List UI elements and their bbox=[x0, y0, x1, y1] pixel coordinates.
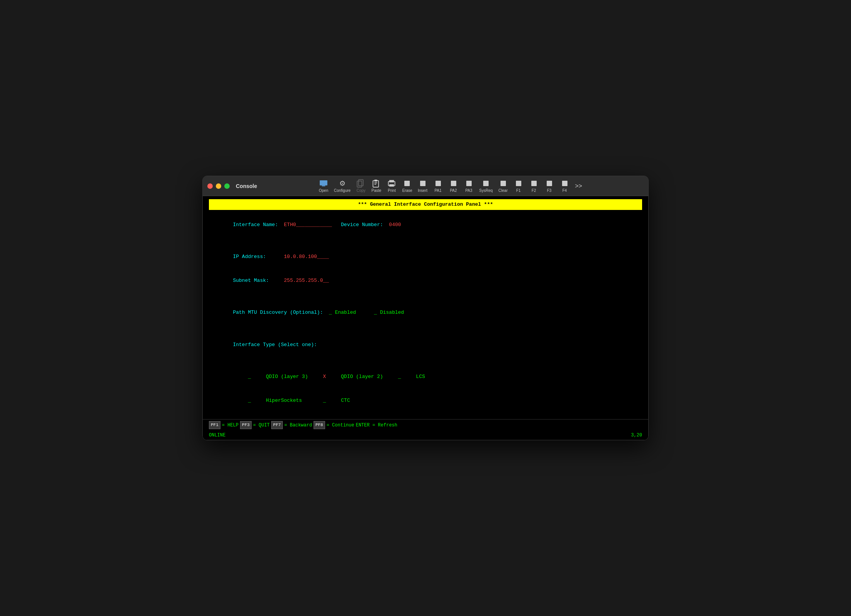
close-button[interactable] bbox=[207, 183, 213, 189]
minimize-button[interactable] bbox=[216, 183, 221, 189]
pf1-key[interactable]: PF1 bbox=[209, 421, 220, 429]
svg-rect-6 bbox=[374, 183, 377, 183]
pf8-action: = Continue bbox=[327, 422, 354, 429]
toolbar-clear-label: Clear bbox=[499, 188, 508, 193]
terminal-content[interactable]: *** General Interface Configuration Pane… bbox=[203, 196, 648, 419]
pmtu-label: Path MTU Discovery (Optional): bbox=[233, 310, 329, 315]
blank-line-4 bbox=[209, 357, 642, 365]
pmtu-enabled-label: Enabled bbox=[332, 310, 374, 315]
blank-line-3 bbox=[209, 325, 642, 333]
lcs-label: LCS bbox=[401, 374, 425, 380]
pmtu-enabled-underscore: _ bbox=[329, 310, 332, 315]
subnet-label: Subnet Mask: bbox=[233, 278, 284, 283]
toolbar-f1[interactable]: F1 bbox=[511, 178, 526, 194]
toolbar-f4-label: F4 bbox=[562, 188, 567, 193]
qdio-row1: _ QDIO (layer 3) X QDIO (layer 2) _ LCS bbox=[209, 365, 642, 389]
toolbar: Open ⚙ Configure Copy bbox=[257, 178, 644, 194]
sysreq-icon bbox=[482, 179, 490, 188]
pf7-key[interactable]: PF7 bbox=[271, 421, 283, 429]
toolbar-erase-label: Erase bbox=[402, 188, 412, 193]
maximize-button[interactable] bbox=[224, 183, 230, 189]
subnet-value: 255.255.255.0__ bbox=[284, 278, 329, 283]
print-icon bbox=[387, 179, 396, 188]
blank-line-2 bbox=[209, 293, 642, 301]
erase-icon bbox=[403, 179, 411, 188]
status-bar: PF1 = HELP PF3 = QUIT PF7 = Backward PF8… bbox=[203, 419, 648, 431]
pmtu-disabled-underscore: _ bbox=[374, 310, 377, 315]
svg-rect-2 bbox=[359, 180, 363, 186]
status-cursor-pos: 3,20 bbox=[631, 432, 642, 439]
toolbar-print[interactable]: Print bbox=[384, 178, 399, 194]
ctc-label: CTC bbox=[326, 398, 350, 403]
ip-label: IP Address: bbox=[233, 254, 284, 260]
pf3-action: = QUIT bbox=[253, 422, 270, 429]
toolbar-erase[interactable]: Erase bbox=[400, 178, 414, 194]
gear-icon: ⚙ bbox=[338, 179, 347, 188]
toolbar-clear[interactable]: Clear bbox=[496, 178, 511, 194]
toolbar-open-label: Open bbox=[319, 188, 328, 193]
qdio3-label: QDIO (layer 3) bbox=[251, 374, 323, 380]
pmtu-line: Path MTU Discovery (Optional): _ Enabled… bbox=[209, 301, 642, 325]
iface-type-line: Interface Type (Select one): bbox=[209, 333, 642, 357]
ip-value: 10.0.80.100____ bbox=[284, 254, 329, 260]
toolbar-insert[interactable]: Insert bbox=[415, 178, 430, 194]
toolbar-insert-label: Insert bbox=[418, 188, 427, 193]
toolbar-f3[interactable]: F3 bbox=[542, 178, 557, 194]
qdio2-label: QDIO (layer 2) bbox=[326, 374, 398, 380]
toolbar-pa3-label: PA3 bbox=[465, 188, 472, 193]
toolbar-configure-label: Configure bbox=[334, 188, 350, 193]
status-online: ONLINE bbox=[209, 432, 225, 439]
status-bottom: ONLINE 3,20 bbox=[203, 431, 648, 440]
traffic-lights bbox=[207, 183, 230, 189]
toolbar-paste[interactable]: Paste bbox=[369, 178, 384, 194]
f3-icon bbox=[545, 179, 554, 188]
toolbar-print-label: Print bbox=[388, 188, 396, 193]
svg-rect-0 bbox=[320, 181, 327, 186]
interface-name-value: ETH0____________ bbox=[284, 222, 332, 228]
pf8-key[interactable]: PF8 bbox=[314, 421, 325, 429]
insert-icon bbox=[419, 179, 427, 188]
terminal-banner: *** General Interface Configuration Pane… bbox=[209, 199, 642, 210]
svg-rect-9 bbox=[389, 180, 394, 183]
toolbar-f2-label: F2 bbox=[532, 188, 536, 193]
toolbar-pa2-label: PA2 bbox=[450, 188, 457, 193]
toolbar-paste-label: Paste bbox=[372, 188, 382, 193]
blank-line-1 bbox=[209, 237, 642, 245]
toolbar-pa3[interactable]: PA3 bbox=[462, 178, 476, 194]
console-window: Console Open ⚙ Configure bbox=[202, 176, 649, 440]
toolbar-f4[interactable]: F4 bbox=[557, 178, 572, 194]
interface-name-line: Interface Name: ETH0____________ Device … bbox=[209, 213, 642, 237]
f2-icon bbox=[530, 179, 538, 188]
pf7-action: = Backward bbox=[284, 422, 312, 429]
svg-rect-7 bbox=[374, 184, 376, 185]
pf3-key[interactable]: PF3 bbox=[240, 421, 252, 429]
toolbar-sysreq[interactable]: SysReq bbox=[477, 178, 495, 194]
f1-icon bbox=[514, 179, 523, 188]
qdio3-indent bbox=[233, 374, 248, 380]
svg-rect-5 bbox=[374, 180, 377, 181]
f4-icon bbox=[561, 179, 569, 188]
device-number-value: 0400 bbox=[389, 222, 401, 228]
enter-action: ENTER = Refresh bbox=[356, 422, 397, 429]
titlebar: Console Open ⚙ Configure bbox=[203, 176, 648, 196]
toolbar-configure[interactable]: ⚙ Configure bbox=[332, 178, 353, 194]
pmtu-disabled-label: Disabled bbox=[377, 310, 404, 315]
pa1-icon bbox=[434, 179, 442, 188]
interface-name-label: Interface Name: bbox=[233, 222, 284, 228]
device-number-label: Device Number: bbox=[332, 222, 389, 228]
svg-rect-3 bbox=[357, 181, 362, 187]
ip-address-line: IP Address: 10.0.80.100____ bbox=[209, 245, 642, 269]
toolbar-pa1-label: PA1 bbox=[434, 188, 441, 193]
clear-icon bbox=[499, 179, 507, 188]
toolbar-pa2[interactable]: PA2 bbox=[446, 178, 461, 194]
toolbar-f2[interactable]: F2 bbox=[527, 178, 541, 194]
hiper-indent bbox=[233, 398, 248, 403]
toolbar-more[interactable]: >> bbox=[573, 181, 585, 191]
toolbar-pa1[interactable]: PA1 bbox=[431, 178, 446, 194]
pa2-icon bbox=[449, 179, 458, 188]
screen-icon bbox=[319, 179, 328, 188]
pa3-icon bbox=[465, 179, 473, 188]
subnet-mask-line: Subnet Mask: 255.255.255.0__ bbox=[209, 269, 642, 293]
toolbar-open[interactable]: Open bbox=[316, 178, 331, 194]
toolbar-copy[interactable]: Copy bbox=[354, 178, 368, 194]
